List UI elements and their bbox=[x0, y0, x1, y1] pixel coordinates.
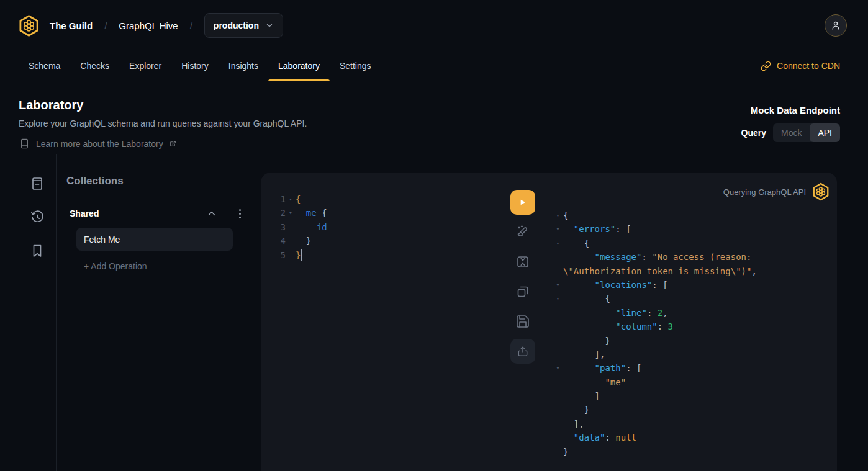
breadcrumb-separator: / bbox=[104, 20, 107, 31]
tab-checks[interactable]: Checks bbox=[70, 51, 119, 81]
execute-query-button[interactable] bbox=[510, 190, 535, 215]
operation-item-fetch-me[interactable]: Fetch Me bbox=[76, 228, 233, 251]
code-line: } bbox=[553, 445, 830, 459]
fold-arrow-icon[interactable]: ▾ bbox=[553, 222, 563, 236]
code-line: 1▾{ bbox=[261, 192, 327, 206]
chevron-down-icon bbox=[265, 21, 274, 30]
user-icon bbox=[830, 20, 841, 31]
query-editor[interactable]: 1▾{2▾ me {3 id4 }5} bbox=[261, 192, 327, 262]
play-icon bbox=[518, 197, 528, 207]
response-header: Querying GraphQL API bbox=[553, 173, 830, 201]
response-json: ▾{▾ "errors": [▾ { "message": "No access… bbox=[553, 209, 830, 459]
sidebar-rail bbox=[19, 176, 56, 258]
graphiql-card: 1▾{2▾ me {3 id4 }5} bbox=[261, 173, 837, 471]
code-line: ], bbox=[553, 348, 830, 361]
query-editor-code[interactable]: 1▾{2▾ me {3 id4 }5} bbox=[261, 192, 327, 262]
docs-icon[interactable] bbox=[30, 176, 45, 191]
code-line: "column": 3 bbox=[553, 320, 830, 333]
history-icon[interactable] bbox=[30, 210, 45, 225]
book-icon bbox=[19, 138, 30, 150]
code-line: 3 id bbox=[261, 220, 327, 234]
code-line: ▾ "errors": [ bbox=[553, 222, 830, 236]
code-line: 4 } bbox=[261, 234, 327, 248]
editor-toolbar bbox=[510, 187, 535, 366]
hive-logo-icon bbox=[19, 14, 39, 37]
learn-more-label: Learn more about the Laboratory bbox=[36, 139, 163, 149]
learn-more-link[interactable]: Learn more about the Laboratory bbox=[19, 138, 307, 150]
code-line: ▾{ bbox=[553, 209, 830, 222]
external-link-icon bbox=[169, 140, 177, 148]
add-operation-button[interactable]: + Add Operation bbox=[84, 261, 261, 271]
endpoint-panel: Mock Data Endpoint Query Mock API bbox=[741, 105, 841, 142]
bookmark-icon[interactable] bbox=[30, 243, 45, 258]
page-head: Laboratory Explore your GraphQL schema a… bbox=[19, 81, 307, 150]
code-line: ▾ "locations": [ bbox=[553, 278, 830, 292]
code-line: ▾ { bbox=[553, 236, 830, 250]
tab-laboratory[interactable]: Laboratory bbox=[268, 51, 330, 81]
fold-arrow-icon[interactable]: ▾ bbox=[553, 361, 563, 375]
breadcrumb-org[interactable]: The Guild bbox=[50, 20, 93, 31]
save-icon[interactable] bbox=[515, 314, 530, 329]
tab-explorer[interactable]: Explorer bbox=[119, 51, 171, 81]
connect-to-cdn-link[interactable]: Connect to CDN bbox=[761, 51, 840, 81]
response-status-label: Querying GraphQL API bbox=[723, 187, 806, 197]
code-line: "line": 2, bbox=[553, 306, 830, 320]
code-line: "data": null bbox=[553, 431, 830, 444]
toggle-option-api[interactable]: API bbox=[810, 123, 840, 142]
collections-title: Collections bbox=[66, 175, 261, 187]
code-line: "message": "No access (reason: bbox=[553, 250, 830, 264]
code-line: \"Authorization token is missing\")", bbox=[553, 264, 830, 278]
text-cursor bbox=[301, 249, 302, 261]
endpoint-toggle: Mock API bbox=[773, 123, 840, 142]
endpoint-title: Mock Data Endpoint bbox=[751, 105, 840, 115]
copy-query-icon[interactable] bbox=[515, 284, 530, 299]
prettify-icon[interactable] bbox=[515, 225, 530, 240]
endpoint-toggle-label: Query bbox=[741, 128, 766, 138]
breadcrumb-separator: / bbox=[190, 20, 192, 31]
merge-fragments-icon[interactable] bbox=[515, 254, 530, 269]
fold-arrow-icon[interactable]: ▾ bbox=[553, 292, 563, 305]
hive-logo-icon bbox=[812, 182, 830, 201]
tab-schema[interactable]: Schema bbox=[19, 51, 70, 81]
tab-insights[interactable]: Insights bbox=[219, 51, 268, 81]
share-button[interactable] bbox=[510, 339, 535, 364]
collections-panel: Collections Shared Fetch Me + Add Operat… bbox=[57, 154, 261, 471]
kebab-menu-icon[interactable] bbox=[235, 209, 245, 218]
code-line: ] bbox=[553, 389, 830, 403]
response-panel: Querying GraphQL API ▾{▾ "errors": [▾ { … bbox=[553, 173, 830, 459]
link-icon bbox=[761, 61, 771, 71]
code-line: "me" bbox=[553, 375, 830, 389]
endpoint-toggle-row: Query Mock API bbox=[741, 123, 841, 142]
toggle-option-mock[interactable]: Mock bbox=[773, 123, 810, 142]
target-selector-value: production bbox=[214, 20, 259, 30]
user-avatar-button[interactable] bbox=[825, 14, 847, 37]
tab-history[interactable]: History bbox=[171, 51, 219, 81]
collection-group-label: Shared bbox=[70, 209, 206, 218]
code-line: ▾ { bbox=[553, 292, 830, 305]
tab-settings[interactable]: Settings bbox=[330, 51, 381, 81]
collection-group[interactable]: Shared bbox=[70, 208, 245, 219]
page-description: Explore your GraphQL schema and run quer… bbox=[19, 119, 307, 128]
code-line: ], bbox=[553, 417, 830, 431]
main-nav: Schema Checks Explorer History Insights … bbox=[0, 51, 868, 81]
code-line: } bbox=[553, 334, 830, 348]
code-line: 5} bbox=[261, 248, 327, 262]
app-header: The Guild / GraphQL Hive / production bbox=[0, 0, 868, 51]
chevron-up-icon[interactable] bbox=[206, 208, 217, 219]
fold-arrow-icon[interactable]: ▾ bbox=[553, 209, 563, 222]
fold-arrow-icon[interactable]: ▾ bbox=[286, 192, 296, 206]
share-icon bbox=[517, 345, 529, 357]
connect-to-cdn-label: Connect to CDN bbox=[777, 61, 840, 71]
fold-arrow-icon[interactable]: ▾ bbox=[553, 278, 563, 292]
target-selector[interactable]: production bbox=[204, 13, 283, 38]
breadcrumb-project[interactable]: GraphQL Hive bbox=[119, 20, 178, 31]
fold-arrow-icon[interactable]: ▾ bbox=[553, 236, 563, 250]
code-line: } bbox=[553, 403, 830, 416]
fold-arrow-icon[interactable]: ▾ bbox=[286, 206, 296, 220]
code-line: 2▾ me { bbox=[261, 206, 327, 220]
page-title: Laboratory bbox=[19, 98, 307, 112]
code-line: ▾ "path": [ bbox=[553, 361, 830, 375]
